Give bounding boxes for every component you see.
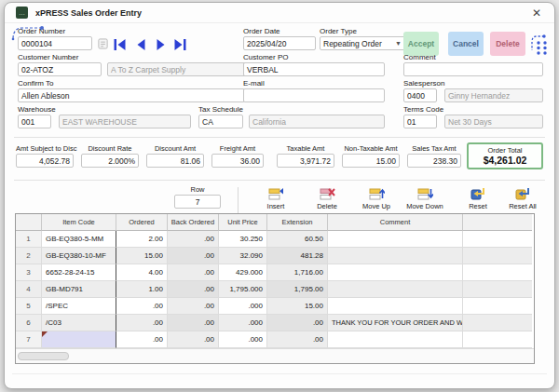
item-code-cell[interactable]: /C03 <box>42 315 116 331</box>
move-down-button[interactable]: Move Down <box>399 187 451 210</box>
grid-header-row: Item Code Ordered Back Ordered Unit Pric… <box>16 214 534 231</box>
non-taxable-amt-field: 15.00 <box>342 154 400 168</box>
order-total-label: Order Total <box>488 146 523 155</box>
row-number-cell: 2 <box>16 248 42 264</box>
terms-code-label: Terms Code <box>403 105 443 114</box>
horizontal-scrollbar[interactable] <box>16 348 534 363</box>
tax-schedule-label: Tax Schedule <box>198 105 243 114</box>
ordered-cell[interactable]: 2.00 <box>116 231 168 248</box>
back-ordered-cell: .00 <box>168 331 219 348</box>
comment-cell[interactable] <box>328 331 463 348</box>
reset-icon <box>470 187 485 200</box>
freight-amt-input[interactable]: 36.00 <box>211 154 264 168</box>
tax-schedule-name-field: California <box>249 115 385 128</box>
unit-price-cell[interactable]: .000 <box>219 331 267 348</box>
amt-subject-to-disc-label: Amt Subject to Disc <box>16 144 74 153</box>
comment-cell[interactable] <box>328 298 463 315</box>
back-ordered-cell: .00 <box>168 248 219 264</box>
comment-label: Comment <box>403 53 436 61</box>
unit-price-cell[interactable]: 1,795.000 <box>219 281 267 298</box>
salesperson-code-input[interactable]: 0400 <box>403 88 437 102</box>
memo-lookup-icon[interactable] <box>96 38 110 49</box>
comment-input[interactable] <box>403 62 543 76</box>
unit-price-cell[interactable]: .000 <box>219 315 267 331</box>
divider <box>238 187 239 213</box>
ordered-cell[interactable]: .00 <box>116 298 168 315</box>
unit-price-cell[interactable]: .000 <box>219 298 267 315</box>
extension-cell: 60.50 <box>267 231 328 248</box>
row-number-input[interactable]: 7 <box>174 195 221 209</box>
ordered-cell[interactable]: 4.00 <box>116 264 168 281</box>
warehouse-code-input[interactable]: 001 <box>18 115 51 128</box>
divider <box>12 373 547 374</box>
comment-cell[interactable] <box>328 281 463 298</box>
filler-cell <box>463 298 532 315</box>
delete-row-icon <box>320 187 335 200</box>
email-label: E-mail <box>243 79 265 88</box>
warehouse-name-field: EAST WAREHOUSE <box>59 115 191 128</box>
tax-schedule-code-input[interactable]: CA <box>198 115 243 128</box>
previous-record-icon[interactable] <box>134 39 148 50</box>
comment-cell[interactable]: THANK YOU FOR YOUR ORDER AND W... <box>328 315 463 331</box>
item-code-cell-selected[interactable] <box>42 331 116 348</box>
line-items-grid: Item Code Ordered Back Ordered Unit Pric… <box>15 213 535 364</box>
close-icon[interactable]: ✕ <box>530 7 543 20</box>
customer-po-input[interactable]: VERBAL <box>243 62 385 76</box>
ordered-cell[interactable]: .00 <box>116 331 168 348</box>
item-code-cell[interactable]: GB-MD791 <box>42 281 116 298</box>
terms-code-input[interactable]: 01 <box>403 115 437 128</box>
grid-row-3: 3 6652-28-24-15 4.00 .00 429.000 1,716.0… <box>16 264 534 281</box>
back-ordered-cell: .00 <box>168 264 219 281</box>
order-type-label: Order Type <box>320 27 357 35</box>
email-input[interactable] <box>243 88 385 102</box>
ordered-cell[interactable]: 1.00 <box>116 281 168 298</box>
customer-number-input[interactable]: 02-ATOZ <box>18 62 102 76</box>
filler-cell <box>463 315 532 331</box>
ordered-cell[interactable]: .00 <box>116 315 168 331</box>
delete-row-button[interactable]: Delete <box>301 187 353 210</box>
scrollbar-thumb[interactable] <box>18 352 69 360</box>
insert-row-button[interactable]: Insert <box>250 187 302 210</box>
move-up-icon <box>369 187 385 200</box>
discount-amt-input[interactable]: 81.06 <box>146 154 204 168</box>
taxable-amt-label: Taxable Amt <box>277 144 334 153</box>
order-date-input[interactable]: 2025/04/20 <box>243 36 316 50</box>
ordered-cell[interactable]: 15.00 <box>116 248 168 264</box>
sales-tax-amt-field: 238.30 <box>407 154 461 168</box>
item-code-cell[interactable]: /SPEC <box>42 298 116 315</box>
comment-cell[interactable] <box>328 248 463 264</box>
order-number-input[interactable]: 0000104 <box>18 36 92 50</box>
filler-cell <box>463 331 532 348</box>
reset-all-button[interactable]: Reset All <box>497 187 549 210</box>
back-ordered-header: Back Ordered <box>168 214 219 231</box>
confirm-to-input[interactable]: Allen Ableson <box>18 88 245 102</box>
cancel-button[interactable]: Cancel <box>448 32 484 56</box>
row-number-header <box>16 214 42 231</box>
item-code-cell[interactable]: 6652-28-24-15 <box>42 264 116 281</box>
amt-subject-to-disc-field: 4,052.78 <box>16 154 74 168</box>
discount-rate-input[interactable]: 2.000% <box>81 154 139 168</box>
first-record-icon[interactable] <box>113 39 127 50</box>
unit-price-cell[interactable]: 32.090 <box>219 248 267 264</box>
discount-amt-label: Discount Amt <box>146 144 204 153</box>
customer-po-label: Customer PO <box>243 53 288 61</box>
dots-grid-icon[interactable] <box>528 34 551 56</box>
item-code-cell[interactable]: GB-EQ380-10-MF <box>42 248 116 264</box>
delete-button[interactable]: Delete <box>490 32 525 56</box>
item-code-cell[interactable]: GB-EQ380-5-MM <box>42 231 116 248</box>
next-record-icon[interactable] <box>154 39 168 50</box>
comment-cell[interactable] <box>328 264 463 281</box>
extension-header: Extension <box>267 214 328 231</box>
comment-header: Comment <box>328 214 463 231</box>
salesperson-name-field: Ginny Hernandez <box>444 88 543 102</box>
row-number-cell: 4 <box>16 281 42 298</box>
divider <box>14 180 545 181</box>
terms-name-field: Net 30 Days <box>444 115 543 128</box>
order-type-select[interactable]: Repeating Order ▼ <box>320 36 405 50</box>
unit-price-cell[interactable]: 30.250 <box>219 231 267 248</box>
grid-row-2: 2 GB-EQ380-10-MF 15.00 .00 32.090 481.28 <box>16 248 534 264</box>
comment-cell[interactable] <box>328 231 463 248</box>
move-up-button[interactable]: Move Up <box>350 187 402 210</box>
unit-price-cell[interactable]: 429.000 <box>219 264 267 281</box>
last-record-icon[interactable] <box>173 39 187 50</box>
